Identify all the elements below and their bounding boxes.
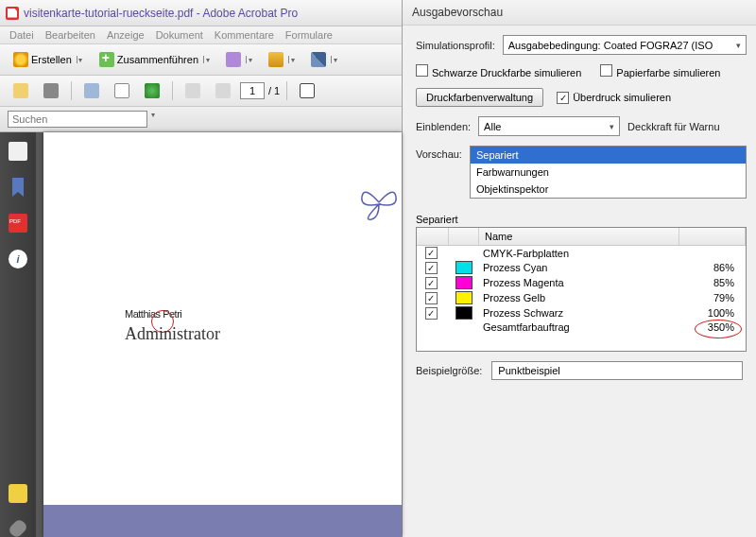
attachment-icon[interactable] xyxy=(8,518,29,537)
pen-icon xyxy=(311,52,326,67)
menu-view[interactable]: Anzeige xyxy=(107,29,145,41)
chevron-down-icon xyxy=(288,56,296,63)
next-page-button[interactable] xyxy=(210,79,236,102)
separator xyxy=(172,81,173,100)
card-name: Matthias Petri xyxy=(125,299,181,323)
preview-opt-separated[interactable]: Separiert xyxy=(471,147,746,164)
simprofile-select[interactable]: Ausgabebedingung: Coated FOGRA27 (ISO xyxy=(503,35,747,55)
document-area: i Matthias Petri Administrator xyxy=(0,132,402,537)
ink-manager-button[interactable]: Druckfarbenverwaltung xyxy=(416,88,543,107)
cursor-icon xyxy=(300,83,315,98)
bookmark-icon[interactable] xyxy=(9,178,27,197)
chevron-down-icon[interactable] xyxy=(149,111,157,118)
save-icon xyxy=(84,83,99,98)
separations-table: Name CMYK-Farbplatten Prozess Cyan86% Pr… xyxy=(416,227,747,352)
yellow-swatch xyxy=(455,291,472,304)
table-row: Prozess Gelb79% xyxy=(417,290,746,305)
prev-page-button[interactable] xyxy=(180,79,206,102)
window-title: visitenkarte-tutorial-rueckseite.pdf - A… xyxy=(24,7,298,20)
arrow-down-icon xyxy=(215,83,231,98)
plate-checkbox[interactable] xyxy=(425,262,438,274)
simulate-paper-checkbox[interactable]: Papierfarbe simulieren xyxy=(600,64,720,78)
card-role: Administrator xyxy=(125,324,220,344)
magenta-swatch xyxy=(455,276,472,289)
combine-button[interactable]: Zusammenführen xyxy=(94,48,216,71)
users-icon xyxy=(226,52,241,67)
preview-opt-warnings[interactable]: Farbwarnungen xyxy=(471,164,746,181)
preview-opt-inspector[interactable]: Objektinspektor xyxy=(471,181,746,198)
document-page[interactable]: Matthias Petri Administrator xyxy=(43,132,402,537)
panel-title: Ausgabevorschau xyxy=(403,0,756,26)
menubar: Datei Bearbeiten Anzeige Dokument Kommen… xyxy=(0,26,402,44)
menu-file[interactable]: Datei xyxy=(9,29,34,41)
separations-group-label: Separiert xyxy=(416,214,747,225)
simulate-overprint-checkbox[interactable]: Überdruck simulieren xyxy=(557,92,671,104)
menu-forms[interactable]: Formulare xyxy=(285,29,333,41)
toolbar-secondary: / 1 xyxy=(0,76,402,107)
cyan-swatch xyxy=(455,261,472,274)
mail-icon xyxy=(114,83,129,98)
page-total: / 1 xyxy=(268,85,280,96)
chevron-down-icon xyxy=(77,56,84,63)
opacity-label: Deckkraft für Warnu xyxy=(627,121,719,132)
show-select[interactable]: Alle xyxy=(478,116,620,136)
search-bar xyxy=(0,107,402,132)
plus-icon xyxy=(99,52,114,67)
web-button[interactable] xyxy=(139,79,165,102)
table-row: Prozess Schwarz100% xyxy=(417,305,746,320)
chevron-down-icon xyxy=(246,56,253,63)
chevron-down-icon xyxy=(331,56,338,63)
menu-comments[interactable]: Kommentare xyxy=(215,29,274,41)
search-input[interactable] xyxy=(8,111,147,128)
pages-panel-icon[interactable] xyxy=(9,142,27,161)
star-icon xyxy=(13,52,28,67)
table-row: Prozess Cyan86% xyxy=(417,260,746,275)
plate-checkbox[interactable] xyxy=(425,307,438,320)
plate-checkbox[interactable] xyxy=(425,247,438,259)
menu-document[interactable]: Dokument xyxy=(156,29,203,41)
plate-checkbox[interactable] xyxy=(425,277,438,289)
window-titlebar: visitenkarte-tutorial-rueckseite.pdf - A… xyxy=(0,0,402,26)
menu-edit[interactable]: Bearbeiten xyxy=(45,29,95,41)
table-row: Prozess Magenta85% xyxy=(417,275,746,290)
black-swatch xyxy=(455,306,472,320)
sample-size-label: Beispielgröße: xyxy=(416,365,482,376)
butterfly-graphic xyxy=(360,183,398,221)
preview-label: Vorschau: xyxy=(416,146,462,160)
pdf-icon xyxy=(6,7,19,20)
sign-button[interactable] xyxy=(305,48,344,71)
simprofile-label: Simulationsprofil: xyxy=(416,40,495,51)
page-number-input[interactable] xyxy=(240,82,265,99)
select-tool[interactable] xyxy=(294,79,320,102)
comment-icon[interactable] xyxy=(9,484,27,503)
arrow-up-icon xyxy=(185,83,200,98)
table-row: CMYK-Farbplatten xyxy=(417,246,746,260)
page-footer-band xyxy=(43,505,402,537)
simulate-black-checkbox[interactable]: Schwarze Druckfarbe simulieren xyxy=(416,64,581,78)
globe-icon xyxy=(145,83,160,98)
create-button[interactable]: Erstellen xyxy=(8,48,90,71)
print-button[interactable] xyxy=(38,79,64,102)
show-label: Einblenden: xyxy=(416,121,471,132)
sample-size-input[interactable] xyxy=(491,361,743,380)
folder-icon xyxy=(13,83,28,98)
nav-sidebar: i xyxy=(0,132,36,537)
lock-icon xyxy=(268,52,284,67)
collab-button[interactable] xyxy=(220,48,259,71)
open-button[interactable] xyxy=(8,79,34,102)
print-icon xyxy=(43,83,59,98)
output-preview-panel: Ausgabevorschau Simulationsprofil: Ausga… xyxy=(403,0,756,537)
chevron-down-icon xyxy=(203,56,211,63)
save-button[interactable] xyxy=(78,79,105,102)
pdf-badge-icon[interactable] xyxy=(9,214,27,233)
separator xyxy=(71,81,72,100)
toolbar-primary: Erstellen Zusammenführen xyxy=(0,44,402,76)
col-name: Name xyxy=(479,228,679,245)
info-icon[interactable]: i xyxy=(9,250,27,268)
plate-checkbox[interactable] xyxy=(425,292,438,304)
mail-button[interactable] xyxy=(109,79,135,102)
table-row-total: Gesamtfarbauftrag350% xyxy=(417,320,746,334)
secure-button[interactable] xyxy=(263,48,301,71)
separator xyxy=(286,81,287,100)
preview-mode-list[interactable]: Separiert Farbwarnungen Objektinspektor xyxy=(470,146,747,199)
